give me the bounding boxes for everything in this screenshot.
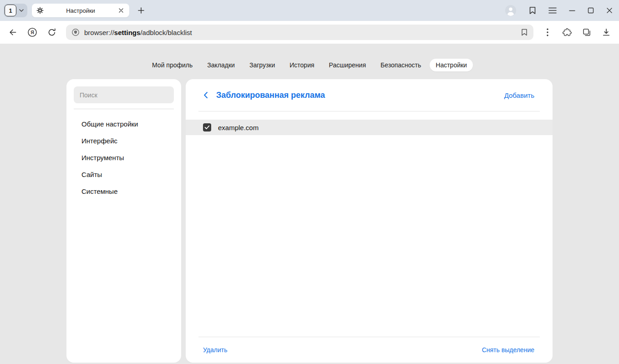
sidebar-item-interface[interactable]: Интерфейс bbox=[74, 132, 174, 149]
tabbar-right-controls bbox=[505, 5, 613, 16]
nav-item-downloads[interactable]: Загрузки bbox=[244, 59, 281, 71]
profile-avatar[interactable] bbox=[505, 5, 517, 16]
tab-count-badge: 1 bbox=[5, 5, 16, 16]
toolbar-more-menu-icon[interactable] bbox=[542, 27, 553, 38]
sidebar-item-sites[interactable]: Сайты bbox=[74, 166, 174, 183]
yandex-logo-icon[interactable]: Я bbox=[27, 27, 38, 38]
chevron-down-icon[interactable] bbox=[16, 9, 26, 12]
window-minimize-button[interactable] bbox=[569, 7, 575, 14]
row-checkbox[interactable] bbox=[203, 123, 211, 131]
url-text[interactable]: browser://settings/adblock/blacklist bbox=[84, 29, 516, 36]
browser-window: 1 Настройки bbox=[0, 0, 619, 364]
sidebar-item-general[interactable]: Общие настройки bbox=[74, 116, 174, 132]
back-chevron-icon[interactable] bbox=[203, 91, 208, 99]
new-tab-button[interactable] bbox=[135, 4, 147, 17]
browser-toolbar: Я browser://settings/adblock/blacklist bbox=[0, 21, 619, 44]
nav-item-extensions[interactable]: Расширения bbox=[323, 59, 372, 71]
blacklist-row[interactable]: example.com bbox=[186, 120, 553, 135]
settings-page: Мой профиль Закладки Загрузки История Ра… bbox=[0, 44, 619, 364]
nav-item-bookmarks[interactable]: Закладки bbox=[201, 59, 241, 71]
tab-strip: 1 Настройки bbox=[0, 0, 619, 21]
search-input[interactable] bbox=[74, 86, 174, 103]
url-prefix: browser:// bbox=[84, 29, 114, 36]
row-domain: example.com bbox=[218, 124, 259, 131]
blacklist-rows: example.com bbox=[186, 111, 553, 337]
nav-item-history[interactable]: История bbox=[284, 59, 320, 71]
downloads-icon[interactable] bbox=[601, 27, 612, 38]
window-close-button[interactable] bbox=[606, 7, 613, 14]
panel-header: Заблокированная реклама Добавить bbox=[186, 79, 553, 111]
url-host: settings bbox=[114, 29, 141, 36]
address-bar[interactable]: browser://settings/adblock/blacklist bbox=[66, 25, 533, 40]
back-button[interactable] bbox=[7, 27, 18, 38]
hamburger-menu-icon[interactable] bbox=[548, 7, 557, 14]
url-path: /adblock/blacklist bbox=[140, 29, 192, 36]
window-maximize-button[interactable] bbox=[588, 7, 594, 14]
tab-close-icon[interactable] bbox=[117, 7, 125, 14]
blocked-ads-panel: Заблокированная реклама Добавить example… bbox=[186, 79, 553, 363]
sidebar-divider bbox=[74, 109, 174, 109]
sidebar-list: Общие настройки Интерфейс Инструменты Са… bbox=[74, 116, 174, 200]
gear-icon bbox=[36, 7, 44, 14]
deselect-button[interactable]: Снять выделение bbox=[482, 346, 534, 354]
svg-text:Я: Я bbox=[30, 30, 34, 35]
page-title: Заблокированная реклама bbox=[216, 91, 325, 100]
settings-sidebar: Общие настройки Интерфейс Инструменты Са… bbox=[66, 79, 181, 363]
panel-footer: Удалить Снять выделение bbox=[186, 337, 553, 363]
protect-shield-icon[interactable] bbox=[71, 28, 80, 36]
settings-layout: Общие настройки Интерфейс Инструменты Са… bbox=[66, 79, 553, 363]
nav-item-profile[interactable]: Мой профиль bbox=[146, 59, 198, 71]
sidebar-item-tools[interactable]: Инструменты bbox=[74, 149, 174, 166]
settings-nav: Мой профиль Закладки Загрузки История Ра… bbox=[0, 59, 619, 71]
add-button[interactable]: Добавить bbox=[504, 91, 534, 99]
collections-icon[interactable] bbox=[581, 27, 592, 38]
nav-item-security[interactable]: Безопасность bbox=[375, 59, 427, 71]
browser-tab-settings[interactable]: Настройки bbox=[32, 4, 129, 17]
bookmark-flag-icon[interactable] bbox=[521, 28, 528, 36]
delete-button[interactable]: Удалить bbox=[203, 346, 227, 354]
extensions-puzzle-icon[interactable] bbox=[562, 27, 573, 38]
bookmarks-panel-icon[interactable] bbox=[529, 6, 536, 15]
nav-item-settings[interactable]: Настройки bbox=[430, 59, 473, 71]
search-box bbox=[74, 86, 174, 103]
tab-title: Настройки bbox=[47, 7, 114, 14]
tab-counter[interactable]: 1 bbox=[4, 4, 27, 17]
refresh-button[interactable] bbox=[46, 27, 57, 38]
sidebar-item-system[interactable]: Системные bbox=[74, 183, 174, 200]
